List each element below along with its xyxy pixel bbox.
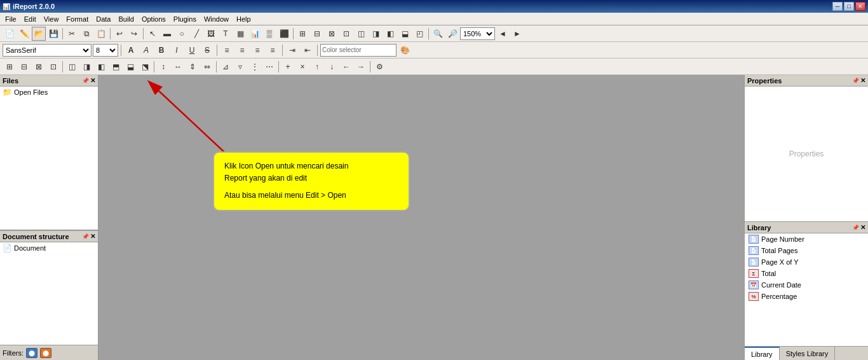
- layout16[interactable]: ▿: [233, 60, 247, 74]
- new-button[interactable]: 📄: [3, 27, 17, 41]
- align-justify-button[interactable]: ≡: [266, 43, 280, 57]
- layout22[interactable]: ↓: [325, 60, 339, 74]
- layout5[interactable]: ◫: [65, 60, 79, 74]
- more6[interactable]: ◨: [369, 27, 383, 41]
- layout14[interactable]: ⇔: [200, 60, 214, 74]
- align-center-button[interactable]: ≡: [235, 43, 249, 57]
- more9[interactable]: ◰: [412, 27, 426, 41]
- outdent-button[interactable]: ⇤: [301, 43, 315, 57]
- align-left-button[interactable]: ≡: [220, 43, 234, 57]
- files-panel-pin[interactable]: 📌: [82, 78, 89, 84]
- barcode-button[interactable]: ▒: [262, 27, 276, 41]
- zoom-out-button[interactable]: 🔍: [431, 27, 445, 41]
- image-button[interactable]: 🖼: [204, 27, 218, 41]
- layout18[interactable]: ⋯: [262, 60, 276, 74]
- font-family-select[interactable]: SansSerif Arial Times New Roman: [3, 44, 92, 57]
- zoom-select[interactable]: 150% 100% 75% 50%: [460, 27, 495, 40]
- circle-button[interactable]: ○: [175, 27, 189, 41]
- subreport-button[interactable]: ▦: [233, 27, 247, 41]
- menu-window[interactable]: Window: [200, 14, 233, 24]
- menu-options[interactable]: Options: [138, 14, 170, 24]
- filter-blue-icon[interactable]: ⬤: [26, 348, 37, 358]
- color-picker-button[interactable]: 🎨: [398, 43, 412, 57]
- layout9[interactable]: ⬓: [123, 60, 137, 74]
- library-panel-close[interactable]: ✕: [860, 224, 865, 231]
- files-panel-close[interactable]: ✕: [90, 77, 95, 84]
- prev-page[interactable]: ◄: [496, 27, 510, 41]
- font-bold2-button[interactable]: B: [154, 43, 168, 57]
- save-button[interactable]: 💾: [46, 27, 60, 41]
- library-item-page-number[interactable]: 📄 Page Number: [745, 233, 868, 245]
- library-item-total[interactable]: Σ Total: [745, 268, 868, 279]
- doc-structure-pin[interactable]: 📌: [82, 233, 89, 240]
- line-button[interactable]: ╱: [189, 27, 203, 41]
- layout7[interactable]: ◧: [94, 60, 108, 74]
- more3[interactable]: ⊠: [325, 27, 339, 41]
- layout12[interactable]: ↔: [171, 60, 185, 74]
- layout20[interactable]: ×: [295, 60, 309, 74]
- redo-button[interactable]: ↪: [127, 27, 141, 41]
- component-button[interactable]: ⬛: [277, 27, 291, 41]
- zoom-in-button[interactable]: 🔎: [445, 27, 459, 41]
- layout3[interactable]: ⊠: [32, 60, 46, 74]
- layout17[interactable]: ⋮: [248, 60, 262, 74]
- layout23[interactable]: ←: [339, 60, 353, 74]
- menu-data[interactable]: Data: [92, 14, 114, 24]
- library-item-page-x-of-y[interactable]: 📄 Page X of Y: [745, 256, 868, 268]
- filter-orange-icon[interactable]: ⬤: [40, 348, 51, 358]
- layout1[interactable]: ⊞: [3, 60, 17, 74]
- layout25[interactable]: ⚙: [372, 60, 386, 74]
- styles-library-tab[interactable]: Styles Library: [780, 347, 836, 360]
- open-button[interactable]: 📂: [32, 27, 46, 41]
- menu-edit[interactable]: Edit: [20, 14, 40, 24]
- menu-build[interactable]: Build: [114, 14, 137, 24]
- indent-button[interactable]: ⇥: [285, 43, 299, 57]
- minimize-button[interactable]: ─: [832, 2, 843, 11]
- font-strike-button[interactable]: S: [200, 43, 214, 57]
- close-button[interactable]: ✕: [855, 2, 865, 11]
- font-italic-button[interactable]: A: [139, 43, 153, 57]
- layout2[interactable]: ⊟: [17, 60, 31, 74]
- rect-button[interactable]: ▬: [160, 27, 174, 41]
- layout21[interactable]: ↑: [310, 60, 324, 74]
- properties-panel-close[interactable]: ✕: [860, 77, 865, 84]
- more8[interactable]: ⬓: [398, 27, 412, 41]
- layout10[interactable]: ⬔: [138, 60, 152, 74]
- more2[interactable]: ⊟: [310, 27, 324, 41]
- undo-button[interactable]: ↩: [112, 27, 126, 41]
- more4[interactable]: ⊡: [339, 27, 353, 41]
- document-item[interactable]: 📄 Document: [0, 242, 98, 254]
- next-page[interactable]: ►: [510, 27, 524, 41]
- copy-button[interactable]: ⧉: [79, 27, 93, 41]
- paste-button[interactable]: 📋: [94, 27, 108, 41]
- menu-view[interactable]: View: [40, 14, 63, 24]
- color-selector[interactable]: Color selector: [320, 44, 397, 57]
- menu-help[interactable]: Help: [233, 14, 255, 24]
- layout19[interactable]: +: [281, 60, 295, 74]
- cut-button[interactable]: ✂: [65, 27, 79, 41]
- layout15[interactable]: ⊿: [219, 60, 233, 74]
- library-item-percentage[interactable]: % Percentage: [745, 291, 868, 302]
- more7[interactable]: ◧: [383, 27, 397, 41]
- align-right-button[interactable]: ≡: [250, 43, 264, 57]
- more1[interactable]: ⊞: [295, 27, 309, 41]
- layout13[interactable]: ⇕: [186, 60, 200, 74]
- font-italic2-button[interactable]: I: [170, 43, 184, 57]
- text-button[interactable]: T: [219, 27, 233, 41]
- menu-plugins[interactable]: Plugins: [170, 14, 200, 24]
- layout8[interactable]: ⬒: [109, 60, 123, 74]
- menu-file[interactable]: File: [1, 14, 20, 24]
- chart-button[interactable]: 📊: [248, 27, 262, 41]
- layout4[interactable]: ⊡: [46, 60, 60, 74]
- layout11[interactable]: ↕: [156, 60, 170, 74]
- restore-button[interactable]: □: [844, 2, 854, 11]
- library-tab[interactable]: Library: [745, 347, 780, 360]
- library-item-current-date[interactable]: 📅 Current Date: [745, 279, 868, 291]
- edit-button[interactable]: ✏️: [17, 27, 31, 41]
- open-files-item[interactable]: 📁 Open Files: [0, 87, 98, 98]
- library-item-total-pages[interactable]: 📄 Total Pages: [745, 245, 868, 256]
- layout6[interactable]: ◨: [79, 60, 93, 74]
- font-underline-button[interactable]: U: [185, 43, 199, 57]
- font-size-select[interactable]: 8 10 12 14: [93, 44, 118, 57]
- menu-format[interactable]: Format: [62, 14, 92, 24]
